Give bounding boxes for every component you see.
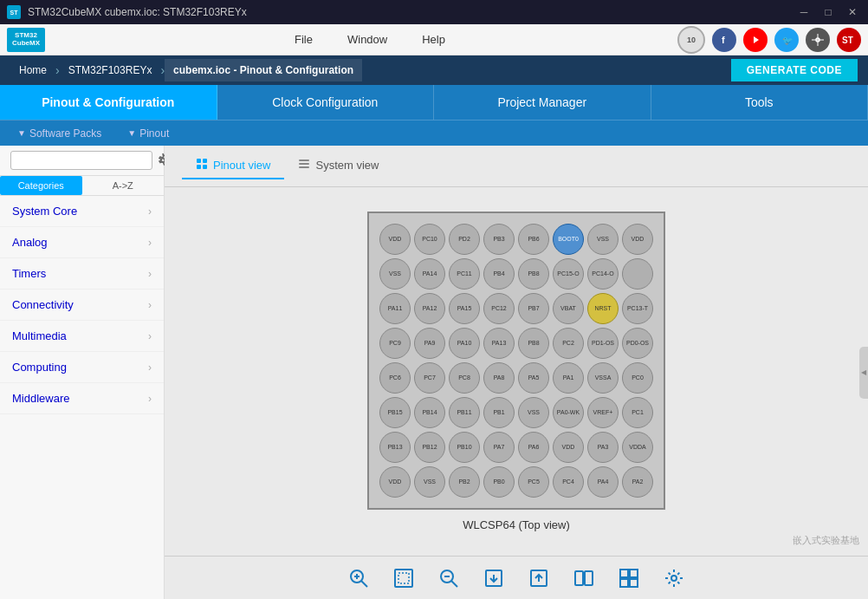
chip-pin[interactable]: PC9 [379,328,411,359]
network-icon[interactable] [806,28,830,52]
chip-pin[interactable]: PB4 [483,258,515,290]
chip-pin[interactable]: PA1 [553,362,584,394]
chip-pin[interactable]: PA11 [379,293,411,324]
chip-pin[interactable]: PC14-O [587,258,619,290]
chip-pin[interactable]: PD0-OS [622,328,653,359]
chip-pin[interactable]: VDD [553,432,584,463]
chip-pin[interactable]: PD1-OS [587,328,619,359]
help-menu[interactable]: Help [405,28,463,51]
sidebar-item-connectivity[interactable]: Connectivity › [0,290,164,321]
chip-pin[interactable]: PB10 [449,432,480,463]
sidebar-tab-az[interactable]: A->Z [82,176,165,195]
chip-pin[interactable]: PB3 [483,224,515,255]
zoom-in-button[interactable] [345,564,372,592]
fit-button[interactable] [390,564,418,592]
breadcrumb-device[interactable]: STM32F103REYx [60,59,161,81]
chip-pin[interactable]: PA6 [518,432,549,463]
chip-pin[interactable]: PA12 [414,293,445,324]
generate-code-button[interactable]: GENERATE CODE [731,59,858,81]
chip-pin[interactable]: PB8 [518,328,549,359]
subtab-pinout[interactable]: ▼ Pinout [127,127,169,140]
split-button[interactable] [570,564,598,592]
chip-pin[interactable]: PA14 [414,258,445,290]
chip-pin[interactable]: VDD [379,466,411,498]
tab-system-view[interactable]: System view [284,153,392,179]
sidebar-item-analog[interactable]: Analog › [0,227,164,258]
tab-pinout[interactable]: Pinout & Configuration [0,85,217,120]
chip-pin[interactable]: PC4 [553,466,584,498]
tab-pinout-view[interactable]: Pinout view [182,153,284,179]
chip-pin[interactable]: VBAT [553,293,584,324]
chip-pin[interactable]: PB6 [518,224,549,255]
sidebar-tab-categories[interactable]: Categories [0,176,82,195]
chip-pin[interactable]: VSS [414,466,445,498]
breadcrumb-project[interactable]: cubemx.ioc - Pinout & Configuration [165,59,362,81]
chip-pin[interactable]: VSS [587,224,619,255]
zoom-out-button[interactable] [435,564,463,592]
sidebar-item-middleware[interactable]: Middleware › [0,383,164,414]
chip-pin[interactable]: PA2 [622,466,653,498]
chip-pin[interactable]: PC1 [622,397,653,428]
chip-pin[interactable]: PC13-T [622,293,653,324]
resize-handle[interactable] [859,347,868,399]
chip-pin[interactable]: PB2 [449,466,480,498]
file-menu[interactable]: File [277,28,330,51]
import-button[interactable] [480,564,508,592]
chip-pin[interactable]: PB11 [449,397,480,428]
chip-pin[interactable]: VSSA [587,362,619,394]
chip-pin[interactable]: PB14 [414,397,445,428]
maximize-button[interactable]: □ [819,3,837,21]
chip-pin[interactable]: VREF+ [587,397,619,428]
chip-pin[interactable]: BOOT0 [553,224,584,255]
chip-pin[interactable]: VDD [622,224,653,255]
grid-button[interactable] [615,564,643,592]
tab-clock[interactable]: Clock Configuration [217,85,435,120]
chip-pin[interactable]: VDDA [622,432,653,463]
chip-pin[interactable]: PB0 [483,466,515,498]
tab-tools[interactable]: Tools [651,85,869,120]
facebook-icon[interactable]: f [712,28,736,52]
chip-pin[interactable]: PB12 [414,432,445,463]
chip-pin[interactable]: PA9 [414,328,445,359]
chip-pin[interactable]: PA15 [449,293,480,324]
st-icon[interactable]: ST [837,28,861,52]
settings-button[interactable] [660,564,688,592]
chip-pin[interactable]: PA4 [587,466,619,498]
chip-pin[interactable]: PC7 [414,362,445,394]
chip-pin[interactable]: PC12 [483,293,515,324]
chip-pin[interactable]: PC5 [518,466,549,498]
sidebar-item-computing[interactable]: Computing › [0,352,164,383]
search-input[interactable] [10,151,152,170]
subtab-software[interactable]: ▼ Software Packs [17,127,101,140]
chip-pin[interactable]: PB7 [518,293,549,324]
chip-pin[interactable]: PA10 [449,328,480,359]
export-button[interactable] [525,564,553,592]
chip-pin[interactable]: PA7 [483,432,515,463]
chip-pin[interactable]: VDD [379,224,411,255]
sidebar-item-multimedia[interactable]: Multimedia › [0,321,164,352]
sidebar-item-system-core[interactable]: System Core › [0,196,164,227]
chip-pin[interactable]: PB8 [518,258,549,290]
breadcrumb-home[interactable]: Home [10,59,55,81]
chip-pin[interactable]: PC15-O [553,258,584,290]
chip-pin[interactable]: PB13 [379,432,411,463]
twitter-icon[interactable]: 🐦 [774,28,799,52]
tab-project[interactable]: Project Manager [434,85,651,120]
chip-pin[interactable]: PA13 [483,328,515,359]
chip-pin[interactable]: PC0 [622,362,653,394]
chip-pin[interactable]: PC2 [553,328,584,359]
chip-pin[interactable]: PA3 [587,432,619,463]
chip-pin[interactable]: PC6 [379,362,411,394]
youtube-icon[interactable] [743,28,768,52]
sidebar-item-timers[interactable]: Timers › [0,258,164,290]
chip-pin[interactable]: PC11 [449,258,480,290]
chip-pin[interactable]: PB1 [483,397,515,428]
chip-pin[interactable]: PD2 [449,224,480,255]
chip-pin[interactable]: PA5 [518,362,549,394]
close-button[interactable]: ✕ [844,3,861,21]
chip-pin[interactable]: NRST [587,293,619,324]
minimize-button[interactable]: ─ [795,3,813,21]
chip-pin[interactable]: VSS [379,258,411,290]
chip-pin[interactable]: PC8 [449,362,480,394]
chip-pin[interactable]: PB15 [379,397,411,428]
